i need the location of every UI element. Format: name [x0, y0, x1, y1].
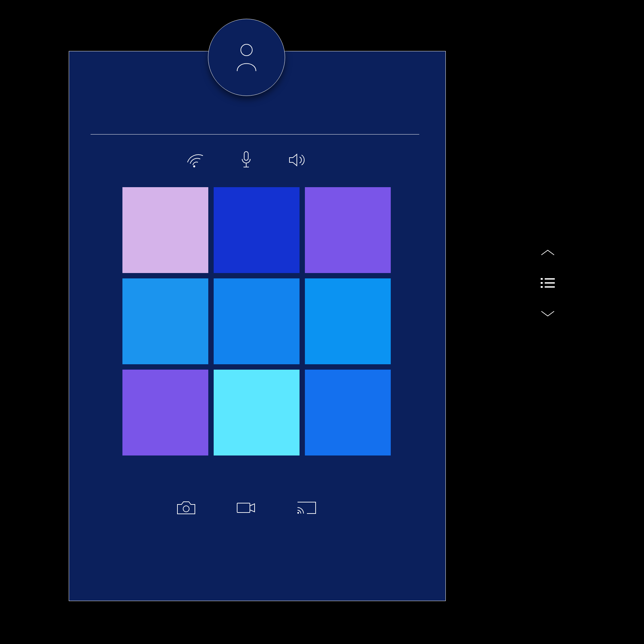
tile-grid — [122, 187, 391, 455]
camera-button[interactable] — [176, 500, 196, 517]
divider-line — [91, 134, 419, 135]
tile-4[interactable] — [214, 278, 300, 364]
tile-8[interactable] — [305, 370, 391, 455]
tile-6[interactable] — [122, 370, 208, 455]
svg-rect-10 — [541, 282, 543, 284]
svg-rect-8 — [541, 278, 543, 280]
svg-point-0 — [241, 44, 252, 56]
tile-5[interactable] — [305, 278, 391, 364]
tile-3[interactable] — [122, 278, 208, 364]
svg-rect-12 — [541, 286, 543, 288]
chevron-up-icon — [540, 248, 555, 258]
top-icon-row — [186, 150, 307, 171]
video-icon — [236, 501, 257, 516]
wifi-button[interactable] — [186, 152, 204, 169]
svg-rect-2 — [244, 152, 248, 160]
microphone-icon — [239, 150, 253, 171]
camera-icon — [176, 500, 196, 517]
bottom-icon-row — [176, 500, 317, 517]
tile-1[interactable] — [214, 187, 300, 273]
nav-up-button[interactable] — [540, 248, 555, 258]
speaker-button[interactable] — [288, 152, 307, 169]
tile-2[interactable] — [305, 187, 391, 273]
nav-list-button[interactable] — [540, 277, 555, 291]
svg-point-5 — [183, 506, 189, 512]
cast-icon — [296, 500, 317, 517]
chevron-down-icon — [540, 309, 555, 319]
svg-point-1 — [193, 165, 195, 167]
tile-7[interactable] — [214, 370, 300, 455]
list-icon — [540, 277, 555, 291]
user-icon — [235, 42, 258, 73]
nav-down-button[interactable] — [540, 309, 555, 319]
wifi-icon — [186, 152, 204, 169]
side-nav — [538, 248, 558, 319]
avatar-button[interactable] — [208, 19, 285, 96]
tile-0[interactable] — [122, 187, 208, 273]
cast-button[interactable] — [296, 500, 317, 517]
svg-point-7 — [298, 512, 299, 514]
svg-rect-6 — [237, 503, 250, 513]
video-button[interactable] — [236, 501, 257, 516]
speaker-icon — [288, 152, 307, 169]
microphone-button[interactable] — [239, 150, 253, 171]
